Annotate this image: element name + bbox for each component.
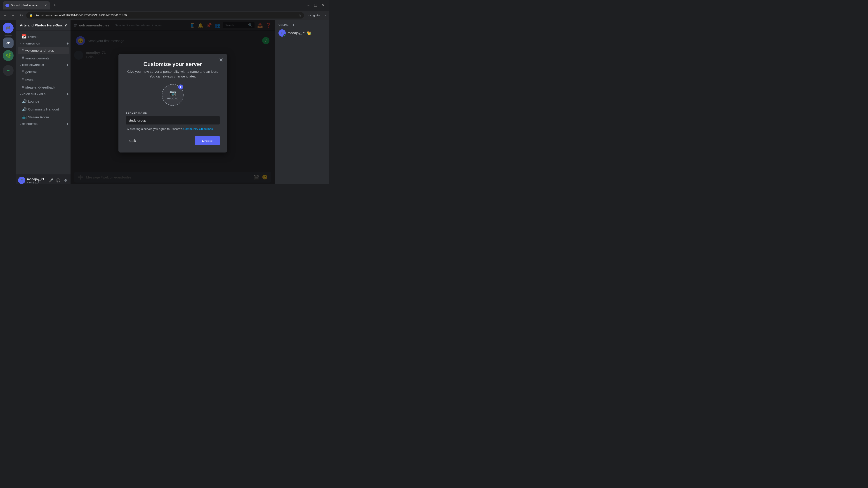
voice-channel-name-lounge: Lounge: [28, 99, 39, 103]
voice-channel-name-community: Community Hangout: [28, 107, 59, 111]
category-label-2: TEXT CHANNELS: [22, 64, 44, 66]
add-photos-channel-button[interactable]: +: [66, 122, 69, 126]
microphone-button[interactable]: 🎤: [48, 177, 54, 184]
server-icon-2[interactable]: 🌿: [3, 50, 13, 61]
discord-logo: 🎮: [6, 26, 11, 31]
restore-button[interactable]: ❐: [312, 2, 319, 8]
main-content: # welcome-and-rules Sample Discord for a…: [70, 20, 275, 184]
channel-item-general[interactable]: # general: [18, 68, 69, 76]
user-avatar: 🎵: [18, 177, 25, 184]
avatar-image: 🎵: [20, 179, 24, 182]
server-list: 🎮 AP 🌿 +: [0, 20, 16, 184]
user-info: moodjoy_71 moodjoy_1...: [27, 177, 46, 184]
address-bar[interactable]: 🔒 discord.com/channels/11823614564617503…: [26, 12, 304, 19]
server-name-input[interactable]: [126, 116, 220, 125]
category-label-3: VOICE CHANNELS: [22, 93, 45, 96]
channel-item-announcements[interactable]: # announcements: [18, 55, 69, 62]
events-channel-item[interactable]: 📅 Events: [18, 33, 69, 40]
member-item-moodjoy[interactable]: 🎵 moodjoy_71 👑: [277, 28, 327, 38]
create-button[interactable]: Create: [195, 136, 220, 145]
chevron-icon-3: ›: [20, 93, 21, 96]
user-name: moodjoy_71: [27, 177, 46, 181]
channel-name-ideas: ideas-and-feedback: [25, 86, 67, 89]
close-button[interactable]: ✕: [320, 2, 327, 8]
upload-label: UPLOAD: [167, 97, 178, 100]
add-server-button[interactable]: +: [3, 65, 13, 76]
plus-symbol: +: [180, 85, 182, 89]
chevron-icon-2: ›: [20, 64, 21, 66]
close-icon: ✕: [219, 57, 223, 63]
member-name: moodjoy_71 👑: [287, 31, 311, 35]
events-label: Events: [28, 35, 67, 39]
channel-item-ideas[interactable]: # ideas-and-feedback: [18, 84, 69, 91]
browser-tab[interactable]: Discord | #welcome-and-rules | ✕: [3, 1, 50, 9]
discord-favicon: [5, 4, 9, 7]
forward-button[interactable]: →: [10, 12, 16, 19]
server-divider-2: [4, 63, 12, 63]
speaker-icon-3: 📺: [22, 115, 27, 120]
add-text-channel-button[interactable]: +: [66, 63, 69, 67]
hash-icon: #: [22, 48, 24, 53]
minimize-button[interactable]: −: [306, 2, 311, 8]
camera-icon: 📷: [169, 90, 176, 96]
channel-item-events-text[interactable]: # events: [18, 76, 69, 84]
server-header[interactable]: Arts and Photos Here-Disc ∨: [16, 20, 70, 31]
hash-icon-5: #: [22, 85, 24, 90]
server-icon-arts[interactable]: AP: [3, 37, 13, 48]
category-label-4: MY PHOTOS: [22, 123, 37, 125]
online-status-dot: [283, 34, 286, 37]
back-button[interactable]: ←: [2, 12, 8, 19]
category-text-channels[interactable]: › TEXT CHANNELS +: [16, 62, 70, 68]
settings-button[interactable]: ⚙: [62, 177, 69, 184]
customize-server-modal: ✕ Customize your server Give your new se…: [119, 54, 227, 153]
voice-channel-name-stream: Stream Room: [28, 115, 49, 119]
channel-name-welcome: welcome-and-rules: [25, 48, 63, 53]
member-avatar-icon: 🎵: [281, 31, 284, 35]
modal-actions: Back Create: [126, 136, 220, 145]
category-information[interactable]: › INFORMATION +: [16, 41, 70, 46]
server-name-label: SERVER NAME: [126, 111, 220, 114]
calendar-icon: 📅: [22, 34, 27, 39]
headphone-button[interactable]: 🎧: [55, 177, 61, 184]
user-status: moodjoy_1...: [27, 181, 46, 184]
channel-sidebar: Arts and Photos Here-Disc ∨ 📅 Events › I…: [16, 20, 70, 184]
voice-channel-lounge[interactable]: 🔊 Lounge: [18, 97, 69, 105]
member-avatar: 🎵: [278, 29, 286, 37]
voice-channel-stream[interactable]: 📺 Stream Room: [18, 113, 69, 121]
category-label: INFORMATION: [22, 42, 40, 45]
incognito-label: Incognito: [306, 13, 321, 17]
address-text: discord.com/channels/1182361456461750375…: [35, 13, 127, 17]
discord-app: 🎮 AP 🌿 + Arts and Photos Here-Disc ∨ 📅 E…: [0, 20, 329, 184]
add-voice-channel-button[interactable]: +: [66, 92, 69, 96]
star-icon[interactable]: ☆: [298, 13, 301, 17]
modal-title: Customize your server: [126, 61, 220, 67]
speaker-icon-2: 🔊: [22, 107, 27, 111]
right-sidebar: ONLINE — 1 🎵 moodjoy_71 👑: [275, 20, 329, 184]
community-guidelines-link[interactable]: Community Guidelines: [183, 127, 213, 131]
speaker-icon: 🔊: [22, 99, 27, 104]
add-channel-button[interactable]: +: [66, 41, 69, 46]
modal-close-button[interactable]: ✕: [219, 57, 223, 63]
server-name: Arts and Photos Here-Disc: [20, 23, 63, 27]
browser-nav: ← → ↻ 🔒 discord.com/channels/11823614564…: [0, 11, 329, 20]
category-my-photos[interactable]: › MY PHOTOS +: [16, 121, 70, 127]
user-area: 🎵 moodjoy_71 moodjoy_1... 🎤 🎧 ⚙: [16, 174, 70, 184]
menu-icon[interactable]: ⋮: [323, 13, 327, 18]
voice-channel-community[interactable]: 🔊 Community Hangout: [18, 105, 69, 113]
terms-text: By creating a server, you agree to Disco…: [126, 127, 220, 131]
server-divider: [4, 35, 12, 36]
browser-chrome: Discord | #welcome-and-rules | ✕ + − ❐ ✕: [0, 0, 329, 11]
discord-home-button[interactable]: 🎮: [3, 23, 13, 33]
new-tab-button[interactable]: +: [52, 2, 58, 8]
chevron-down-icon: ∨: [64, 23, 67, 27]
channel-item-welcome[interactable]: # welcome-and-rules ⚙: [18, 47, 69, 54]
close-tab-button[interactable]: ✕: [44, 4, 47, 7]
chevron-icon-4: ›: [20, 123, 21, 125]
refresh-button[interactable]: ↻: [18, 12, 24, 19]
category-voice-channels[interactable]: › VOICE CHANNELS +: [16, 91, 70, 97]
address-bar-icons: ☆: [298, 13, 301, 17]
back-button-modal[interactable]: Back: [126, 137, 138, 144]
modal-subtitle: Give your new server a personality with …: [126, 69, 220, 78]
upload-area[interactable]: 📷 UPLOAD +: [162, 84, 184, 106]
modal-overlay: ✕ Customize your server Give your new se…: [70, 20, 275, 184]
